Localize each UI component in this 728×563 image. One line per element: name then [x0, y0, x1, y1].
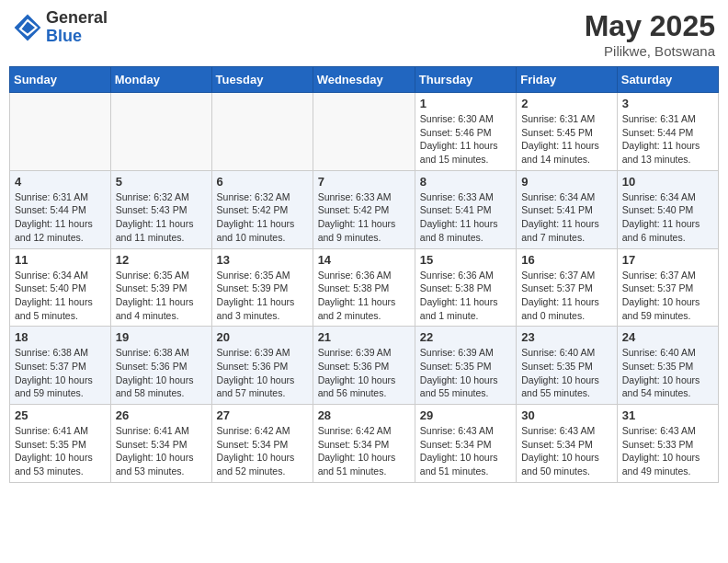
- calendar-week-5: 25Sunrise: 6:41 AM Sunset: 5:35 PM Dayli…: [10, 405, 719, 483]
- day-number: 20: [217, 330, 308, 344]
- logo-icon: [13, 13, 42, 42]
- day-info: Sunrise: 6:33 AM Sunset: 5:41 PM Dayligh…: [420, 190, 511, 245]
- weekday-header-thursday: Thursday: [415, 67, 516, 93]
- logo-general: General: [46, 9, 108, 28]
- day-info: Sunrise: 6:41 AM Sunset: 5:34 PM Dayligh…: [116, 424, 207, 478]
- day-info: Sunrise: 6:31 AM Sunset: 5:45 PM Dayligh…: [521, 112, 612, 167]
- day-info: Sunrise: 6:42 AM Sunset: 5:34 PM Dayligh…: [217, 424, 308, 478]
- day-number: 11: [15, 253, 106, 267]
- calendar-cell: [110, 93, 211, 171]
- calendar-week-2: 4Sunrise: 6:31 AM Sunset: 5:44 PM Daylig…: [10, 170, 719, 248]
- calendar-week-4: 18Sunrise: 6:38 AM Sunset: 5:37 PM Dayli…: [10, 327, 719, 405]
- calendar-cell: 6Sunrise: 6:32 AM Sunset: 5:42 PM Daylig…: [211, 170, 313, 248]
- day-number: 31: [622, 408, 713, 422]
- day-info: Sunrise: 6:36 AM Sunset: 5:38 PM Dayligh…: [318, 269, 410, 323]
- day-info: Sunrise: 6:37 AM Sunset: 5:37 PM Dayligh…: [521, 269, 612, 323]
- calendar-cell: 21Sunrise: 6:39 AM Sunset: 5:36 PM Dayli…: [313, 327, 415, 405]
- logo: General Blue: [13, 9, 108, 46]
- day-info: Sunrise: 6:38 AM Sunset: 5:36 PM Dayligh…: [116, 346, 207, 400]
- calendar-cell: 28Sunrise: 6:42 AM Sunset: 5:34 PM Dayli…: [313, 405, 415, 483]
- header: General Blue May 2025 Pilikwe, Botswana: [9, 9, 719, 59]
- day-number: 17: [622, 253, 713, 267]
- title-area: May 2025 Pilikwe, Botswana: [585, 9, 715, 59]
- day-number: 15: [420, 253, 511, 267]
- calendar-cell: 13Sunrise: 6:35 AM Sunset: 5:39 PM Dayli…: [211, 248, 313, 327]
- day-number: 28: [318, 408, 410, 422]
- calendar-week-3: 11Sunrise: 6:34 AM Sunset: 5:40 PM Dayli…: [10, 248, 719, 327]
- day-info: Sunrise: 6:32 AM Sunset: 5:42 PM Dayligh…: [217, 190, 308, 245]
- calendar-week-1: 1Sunrise: 6:30 AM Sunset: 5:46 PM Daylig…: [10, 93, 719, 171]
- day-number: 30: [521, 408, 612, 422]
- day-info: Sunrise: 6:38 AM Sunset: 5:37 PM Dayligh…: [15, 346, 106, 400]
- calendar-cell: [313, 93, 415, 171]
- day-info: Sunrise: 6:35 AM Sunset: 5:39 PM Dayligh…: [217, 269, 308, 323]
- day-info: Sunrise: 6:30 AM Sunset: 5:46 PM Dayligh…: [420, 112, 511, 167]
- day-number: 3: [622, 97, 713, 110]
- weekday-header-saturday: Saturday: [617, 67, 718, 93]
- weekday-header-wednesday: Wednesday: [313, 67, 415, 93]
- day-number: 16: [521, 253, 612, 267]
- day-number: 8: [420, 175, 511, 189]
- day-number: 4: [15, 175, 106, 189]
- day-info: Sunrise: 6:32 AM Sunset: 5:43 PM Dayligh…: [116, 190, 207, 245]
- day-number: 29: [420, 408, 511, 422]
- calendar-cell: 19Sunrise: 6:38 AM Sunset: 5:36 PM Dayli…: [110, 327, 211, 405]
- day-info: Sunrise: 6:35 AM Sunset: 5:39 PM Dayligh…: [116, 269, 207, 323]
- calendar-cell: 31Sunrise: 6:43 AM Sunset: 5:33 PM Dayli…: [617, 405, 718, 483]
- weekday-header-row: SundayMondayTuesdayWednesdayThursdayFrid…: [10, 67, 719, 93]
- calendar-cell: 20Sunrise: 6:39 AM Sunset: 5:36 PM Dayli…: [211, 327, 313, 405]
- day-info: Sunrise: 6:40 AM Sunset: 5:35 PM Dayligh…: [521, 346, 612, 400]
- day-info: Sunrise: 6:39 AM Sunset: 5:36 PM Dayligh…: [318, 346, 410, 400]
- calendar-cell: 29Sunrise: 6:43 AM Sunset: 5:34 PM Dayli…: [415, 405, 516, 483]
- day-number: 24: [622, 330, 713, 344]
- calendar-cell: 2Sunrise: 6:31 AM Sunset: 5:45 PM Daylig…: [517, 93, 618, 171]
- day-number: 23: [521, 330, 612, 344]
- day-number: 18: [15, 330, 106, 344]
- calendar-cell: 3Sunrise: 6:31 AM Sunset: 5:44 PM Daylig…: [617, 93, 718, 171]
- calendar-cell: 10Sunrise: 6:34 AM Sunset: 5:40 PM Dayli…: [617, 170, 718, 248]
- day-number: 7: [318, 175, 410, 189]
- calendar-cell: 5Sunrise: 6:32 AM Sunset: 5:43 PM Daylig…: [110, 170, 211, 248]
- day-info: Sunrise: 6:43 AM Sunset: 5:33 PM Dayligh…: [622, 424, 713, 478]
- day-info: Sunrise: 6:33 AM Sunset: 5:42 PM Dayligh…: [318, 190, 410, 245]
- day-number: 9: [521, 175, 612, 189]
- calendar-cell: 25Sunrise: 6:41 AM Sunset: 5:35 PM Dayli…: [10, 405, 111, 483]
- day-info: Sunrise: 6:39 AM Sunset: 5:36 PM Dayligh…: [217, 346, 308, 400]
- day-number: 10: [622, 175, 713, 189]
- logo-blue: Blue: [46, 28, 108, 46]
- day-info: Sunrise: 6:42 AM Sunset: 5:34 PM Dayligh…: [318, 424, 410, 478]
- weekday-header-tuesday: Tuesday: [211, 67, 313, 93]
- month-title: May 2025: [585, 9, 715, 43]
- calendar: SundayMondayTuesdayWednesdayThursdayFrid…: [9, 66, 719, 483]
- day-info: Sunrise: 6:43 AM Sunset: 5:34 PM Dayligh…: [420, 424, 511, 478]
- calendar-cell: 8Sunrise: 6:33 AM Sunset: 5:41 PM Daylig…: [415, 170, 516, 248]
- day-info: Sunrise: 6:43 AM Sunset: 5:34 PM Dayligh…: [521, 424, 612, 478]
- day-number: 6: [217, 175, 308, 189]
- day-number: 13: [217, 253, 308, 267]
- day-info: Sunrise: 6:36 AM Sunset: 5:38 PM Dayligh…: [420, 269, 511, 323]
- calendar-cell: 16Sunrise: 6:37 AM Sunset: 5:37 PM Dayli…: [517, 248, 618, 327]
- day-info: Sunrise: 6:39 AM Sunset: 5:35 PM Dayligh…: [420, 346, 511, 400]
- calendar-cell: 7Sunrise: 6:33 AM Sunset: 5:42 PM Daylig…: [313, 170, 415, 248]
- calendar-cell: 14Sunrise: 6:36 AM Sunset: 5:38 PM Dayli…: [313, 248, 415, 327]
- weekday-header-friday: Friday: [517, 67, 618, 93]
- calendar-cell: 9Sunrise: 6:34 AM Sunset: 5:41 PM Daylig…: [517, 170, 618, 248]
- day-number: 25: [15, 408, 106, 422]
- day-number: 2: [521, 97, 612, 110]
- day-number: 14: [318, 253, 410, 267]
- calendar-cell: 11Sunrise: 6:34 AM Sunset: 5:40 PM Dayli…: [10, 248, 111, 327]
- day-number: 12: [116, 253, 207, 267]
- day-number: 26: [116, 408, 207, 422]
- calendar-cell: 12Sunrise: 6:35 AM Sunset: 5:39 PM Dayli…: [110, 248, 211, 327]
- calendar-cell: 4Sunrise: 6:31 AM Sunset: 5:44 PM Daylig…: [10, 170, 111, 248]
- calendar-cell: 22Sunrise: 6:39 AM Sunset: 5:35 PM Dayli…: [415, 327, 516, 405]
- day-number: 21: [318, 330, 410, 344]
- day-info: Sunrise: 6:37 AM Sunset: 5:37 PM Dayligh…: [622, 269, 713, 323]
- weekday-header-sunday: Sunday: [10, 67, 111, 93]
- calendar-cell: 30Sunrise: 6:43 AM Sunset: 5:34 PM Dayli…: [517, 405, 618, 483]
- day-info: Sunrise: 6:34 AM Sunset: 5:41 PM Dayligh…: [521, 190, 612, 245]
- day-number: 19: [116, 330, 207, 344]
- day-number: 5: [116, 175, 207, 189]
- calendar-cell: 17Sunrise: 6:37 AM Sunset: 5:37 PM Dayli…: [617, 248, 718, 327]
- logo-text: General Blue: [46, 9, 108, 46]
